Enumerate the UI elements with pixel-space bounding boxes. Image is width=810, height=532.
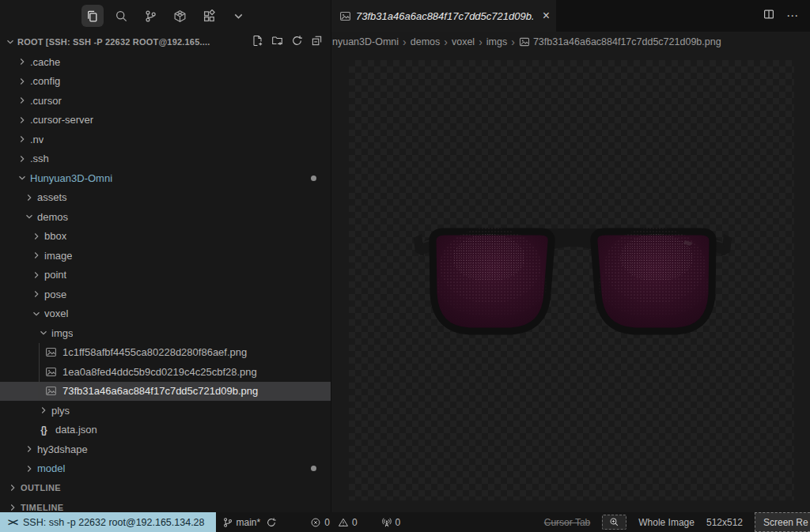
ports-count: 0 — [396, 517, 401, 528]
split-editor-icon[interactable] — [763, 8, 775, 24]
tree-item-model[interactable]: model — [0, 459, 331, 479]
chevron-right-icon — [6, 502, 19, 513]
cube-icon[interactable] — [169, 5, 191, 27]
sunglasses-image — [349, 60, 794, 500]
tree-item--cursor[interactable]: .cursor — [0, 91, 331, 111]
tab-label: 73fb31a46a6ac884f17c7dd5c721d09b.png — [356, 10, 533, 22]
breadcrumb-label: nyuan3D-Omni — [332, 36, 399, 47]
modified-dot — [311, 175, 316, 181]
tree-item--cursor-server[interactable]: .cursor-server — [0, 111, 331, 130]
tree-item-plys[interactable]: plys — [0, 401, 331, 421]
new-file-icon[interactable] — [252, 35, 263, 50]
tree-item-1ea0a8fed4ddc5b9cd0219c4c25cbf28-png[interactable]: 1ea0a8fed4ddc5b9cd0219c4c25cbf28.png — [0, 362, 331, 382]
error-count: 0 — [324, 517, 330, 528]
tree-item-label: pose — [44, 289, 66, 300]
breadcrumb-label: demos — [411, 36, 441, 47]
zoom-button[interactable] — [602, 515, 626, 530]
breadcrumb-label: voxel — [452, 36, 475, 47]
radio-tower-icon — [381, 517, 392, 528]
tree-item-hy3dshape[interactable]: hy3dshape — [0, 440, 331, 459]
error-icon — [310, 517, 321, 528]
tree-item-voxel[interactable]: voxel — [0, 304, 331, 324]
tree-item-label: .ssh — [30, 153, 49, 164]
breadcrumb-separator: › — [479, 36, 483, 48]
ports-status[interactable]: 0 — [381, 517, 401, 528]
tree-item--ssh[interactable]: .ssh — [0, 149, 331, 169]
extensions-icon[interactable] — [199, 5, 221, 27]
tree-item-assets[interactable]: assets — [0, 188, 331, 208]
warning-icon — [338, 517, 349, 528]
breadcrumb-item[interactable]: 73fb31a46a6ac884f17c7dd5c721d09b.png — [519, 36, 721, 47]
chevron-right-icon — [16, 134, 28, 145]
chevron-down-icon — [5, 36, 16, 47]
chevron-right-icon — [16, 56, 28, 67]
tree-item-label: .config — [30, 75, 60, 87]
git-branch-status[interactable]: main* — [222, 517, 278, 528]
collapse-all-icon[interactable] — [311, 35, 323, 50]
cursor-window: ROOT [SSH: SSH -P 22632 ROOT@192.165....… — [0, 0, 810, 532]
tree-item-demos[interactable]: demos — [0, 207, 331, 227]
tree-item-label: assets — [37, 191, 67, 203]
chevron-right-icon — [30, 231, 43, 242]
close-icon[interactable]: × — [543, 9, 550, 22]
chevron-right-icon — [37, 405, 50, 416]
more-actions-icon[interactable]: ⋯ — [786, 9, 799, 23]
chevron-right-icon — [30, 289, 43, 300]
whole-image-status[interactable]: Whole Image — [638, 517, 695, 528]
explorer-root-title: ROOT [SSH: SSH -P 22632 ROOT@192.165.... — [17, 37, 250, 47]
tree-item-label: 1ea0a8fed4ddc5b9cd0219c4c25cbf28.png — [62, 366, 257, 378]
zoom-in-icon — [609, 517, 619, 527]
sidebar: ROOT [SSH: SSH -P 22632 ROOT@192.165....… — [0, 0, 331, 512]
tree-item-label: plys — [51, 405, 70, 417]
tree-item-imgs[interactable]: imgs — [0, 323, 331, 343]
explorer-icon[interactable] — [81, 5, 104, 27]
tree-item-pose[interactable]: pose — [0, 285, 331, 304]
tree-item-label: 73fb31a46a6ac884f17c7dd5c721d09b.png — [62, 385, 258, 397]
tab-image-preview[interactable]: 73fb31a46a6ac884f17c7dd5c721d09b.png × — [331, 0, 556, 32]
problems-status[interactable]: 0 0 — [310, 517, 357, 528]
tree-item-73fb31a46a6ac884f17c7dd5c721d09b-png[interactable]: 73fb31a46a6ac884f17c7dd5c721d09b.png — [0, 382, 331, 402]
tree-item-data-json[interactable]: {}data.json — [0, 421, 331, 440]
chevron-down-icon — [30, 308, 43, 319]
tree-item-label: data.json — [55, 424, 97, 436]
image-file-icon — [339, 10, 351, 22]
indent-guide — [39, 382, 40, 402]
json-file-icon: {} — [37, 424, 50, 436]
chevron-down-icon[interactable] — [228, 5, 250, 27]
tree-item-label: model — [37, 462, 65, 474]
explorer-header[interactable]: ROOT [SSH: SSH -P 22632 ROOT@192.165.... — [0, 32, 331, 52]
image-file-icon — [44, 366, 57, 378]
chevron-right-icon — [30, 270, 43, 281]
tree-item-1c1ff58afbf4455ca80228d280f86aef-png[interactable]: 1c1ff58afbf4455ca80228d280f86aef.png — [0, 343, 331, 363]
tree-item--cache[interactable]: .cache — [0, 52, 331, 72]
chevron-right-icon — [23, 192, 36, 203]
breadcrumb-label: 73fb31a46a6ac884f17c7dd5c721d09b.png — [533, 36, 721, 47]
tree-item-hunyuan3d-omni[interactable]: Hunyuan3D-Omni — [0, 168, 331, 188]
sync-icon — [266, 517, 277, 528]
tree-item-image[interactable]: image — [0, 246, 331, 266]
image-file-icon — [44, 346, 57, 358]
tree-item-point[interactable]: point — [0, 266, 331, 285]
tree-item--config[interactable]: .config — [0, 72, 331, 92]
branch-label: main* — [237, 517, 261, 528]
search-icon[interactable] — [111, 5, 133, 27]
refresh-icon[interactable] — [291, 35, 303, 50]
breadcrumb-item[interactable]: nyuan3D-Omni — [332, 36, 399, 47]
source-control-icon[interactable] — [140, 5, 162, 27]
new-folder-icon[interactable] — [271, 35, 283, 50]
image-preview-canvas[interactable] — [349, 60, 794, 500]
remote-indicator[interactable]: >< SSH: ssh -p 22632 root@192.165.134.28 — [0, 512, 216, 532]
git-branch-icon — [222, 517, 233, 528]
breadcrumb-separator: › — [403, 36, 407, 48]
breadcrumb-item[interactable]: imgs — [486, 36, 507, 47]
tree-item--nv[interactable]: .nv — [0, 130, 331, 149]
tree-item-bbox[interactable]: bbox — [0, 227, 331, 247]
indent-guide — [39, 343, 40, 363]
tree-item-label: hy3dshape — [37, 443, 88, 455]
breadcrumb-item[interactable]: voxel — [452, 36, 475, 47]
screen-reader-status[interactable]: Screen Re — [755, 512, 810, 532]
section-outline[interactable]: OUTLINE — [0, 478, 331, 498]
tree-item-label: .cursor-server — [30, 114, 93, 126]
breadcrumb-item[interactable]: demos — [411, 36, 441, 47]
cursor-tab-status[interactable]: Cursor Tab — [544, 517, 590, 528]
